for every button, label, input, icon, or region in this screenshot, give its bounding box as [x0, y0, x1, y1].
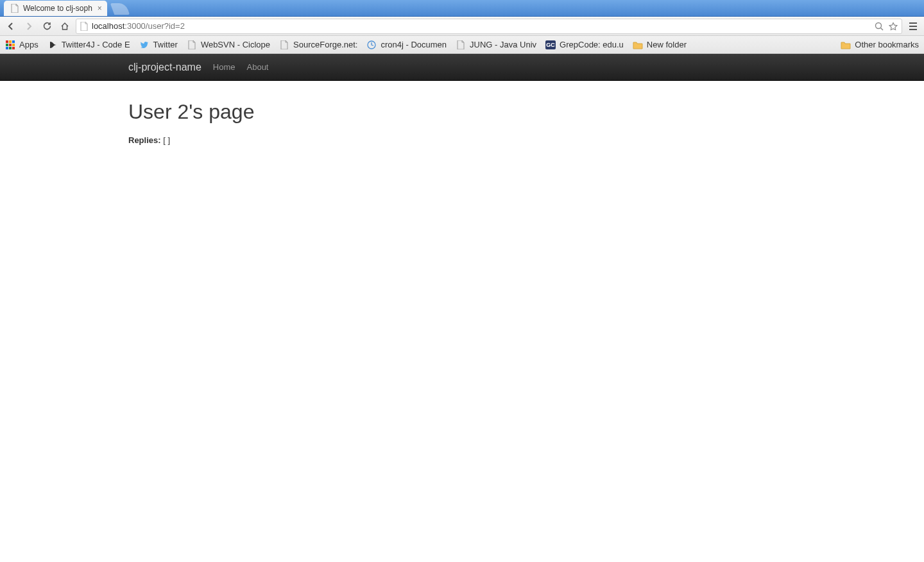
page-content: User 2's page Replies: [ ] [0, 81, 924, 145]
nav-link-home[interactable]: Home [213, 62, 235, 72]
page-icon [279, 40, 289, 50]
apps-icon [5, 40, 15, 50]
bookmark-label: GrepCode: edu.u [560, 40, 624, 49]
bookmark-label: Other bookmarks [855, 40, 919, 49]
folder-icon [841, 40, 851, 50]
bookmark-label: cron4j - Documen [381, 40, 447, 49]
navbar-brand[interactable]: clj-project-name [128, 62, 201, 73]
tab-title: Welcome to clj-soph [23, 4, 92, 13]
back-button[interactable] [4, 19, 18, 33]
apps-button[interactable]: Apps [5, 40, 38, 50]
bookmark-item[interactable]: GC GrepCode: edu.u [545, 40, 624, 49]
bookmark-label: New folder [647, 40, 687, 49]
replies-label: Replies: [128, 135, 161, 145]
new-tab-button[interactable] [110, 3, 130, 15]
page-icon [80, 22, 88, 31]
bookmark-item[interactable]: cron4j - Documen [366, 40, 447, 50]
bookmark-item[interactable]: Twitter [139, 40, 178, 50]
address-bar[interactable]: localhost:3000/user?id=2 [76, 19, 902, 34]
browser-tab[interactable]: Welcome to clj-soph × [4, 1, 107, 16]
bookmark-item[interactable]: JUNG - Java Univ [456, 40, 536, 50]
close-icon[interactable]: × [98, 4, 102, 12]
other-bookmarks[interactable]: Other bookmarks [841, 40, 919, 50]
star-icon[interactable] [889, 22, 898, 31]
bookmark-label: WebSVN - Ciclope [201, 40, 270, 49]
page-icon [456, 40, 466, 50]
bookmark-label: SourceForge.net: [293, 40, 357, 49]
nav-link-about[interactable]: About [247, 62, 269, 72]
chrome-menu-button[interactable] [906, 19, 920, 33]
bookmark-folder[interactable]: New folder [633, 40, 687, 50]
page-title: User 2's page [128, 100, 924, 124]
svg-point-0 [876, 22, 882, 28]
bookmark-label: JUNG - Java Univ [470, 40, 536, 49]
bookmark-item[interactable]: Twitter4J - Code E [47, 40, 130, 50]
bookmarks-bar: Apps Twitter4J - Code E Twitter WebSVN -… [0, 36, 924, 54]
bookmark-favicon [47, 40, 58, 50]
browser-toolbar: localhost:3000/user?id=2 [0, 17, 924, 36]
home-button[interactable] [58, 19, 72, 33]
bookmark-label: Twitter [153, 40, 178, 49]
clock-icon [366, 40, 377, 50]
twitter-icon [139, 40, 150, 50]
page-icon [187, 40, 197, 50]
bookmark-item[interactable]: WebSVN - Ciclope [187, 40, 270, 50]
zoom-icon[interactable] [875, 22, 884, 31]
forward-button[interactable] [22, 19, 36, 33]
url-text: localhost:3000/user?id=2 [92, 21, 185, 31]
bookmark-item[interactable]: SourceForge.net: [279, 40, 357, 50]
replies-value: [ ] [163, 135, 170, 145]
bookmark-label: Twitter4J - Code E [62, 40, 130, 49]
page-icon [10, 4, 19, 13]
replies-line: Replies: [ ] [128, 135, 924, 145]
bookmark-label: Apps [19, 40, 38, 49]
url-host: localhost [92, 21, 124, 31]
folder-icon [633, 40, 643, 50]
gc-icon: GC [545, 40, 556, 49]
app-navbar: clj-project-name Home About [0, 54, 924, 81]
url-path: :3000/user?id=2 [124, 21, 185, 31]
browser-titlebar: Welcome to clj-soph × [0, 0, 924, 17]
reload-button[interactable] [40, 19, 54, 33]
